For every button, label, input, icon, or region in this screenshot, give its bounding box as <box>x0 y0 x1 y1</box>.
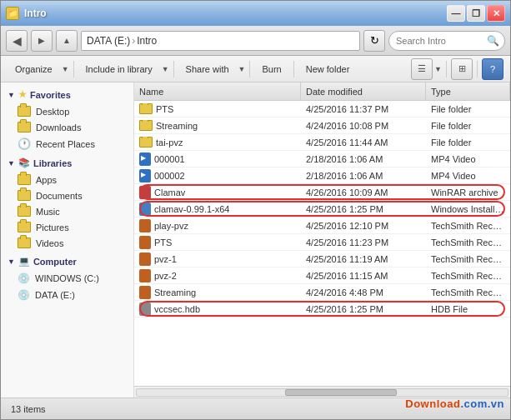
file-name-cell: Clamav <box>134 186 301 199</box>
search-icon: 🔍 <box>487 35 499 47</box>
camrec-icon <box>139 286 151 299</box>
libraries-header[interactable]: ▼ 📚 Libraries <box>1 154 133 172</box>
file-date-cell: 4/25/2016 11:19 AM <box>301 254 426 264</box>
file-type-cell: MP4 Video <box>426 171 510 181</box>
help-button[interactable]: ? <box>482 58 503 80</box>
new-folder-button[interactable]: New folder <box>298 58 358 80</box>
rar-icon <box>139 186 151 199</box>
search-box[interactable]: 🔍 <box>388 31 505 51</box>
file-name: Clamav <box>154 188 185 198</box>
file-name-cell: PTS <box>134 103 301 114</box>
share-with-button[interactable]: Share with <box>178 58 237 80</box>
up-button[interactable]: ▲ <box>56 30 78 52</box>
sidebar-item-downloads[interactable]: Downloads <box>1 119 133 135</box>
sidebar-item-documents[interactable]: Documents <box>1 188 133 203</box>
maximize-button[interactable]: ❐ <box>467 5 485 22</box>
recent-places-icon: 🕐 <box>18 138 31 150</box>
file-name-cell: Streaming <box>134 120 301 131</box>
file-name: PTS <box>156 104 173 114</box>
preview-pane-button[interactable]: ⊞ <box>451 58 473 80</box>
sidebar-item-apps[interactable]: Apps <box>1 172 133 188</box>
window-title: Intro <box>24 8 47 19</box>
file-type-cell: WinRAR archive <box>426 188 510 198</box>
downloads-label: Downloads <box>36 122 81 132</box>
folder-icon <box>18 190 31 201</box>
sidebar-item-windows-c[interactable]: 💿 WINDOWS (C:) <box>1 270 133 287</box>
horizontal-scrollbar[interactable] <box>134 386 510 398</box>
sidebar-item-music[interactable]: Music <box>1 203 133 219</box>
table-row[interactable]: Streaming 4/24/2016 10:08 PM File folder <box>134 118 510 134</box>
refresh-button[interactable]: ↻ <box>363 30 385 52</box>
table-row[interactable]: PTS 4/25/2016 11:23 PM TechSmith Record.… <box>134 234 510 251</box>
file-type-cell: TechSmith Record... <box>426 221 510 231</box>
videos-label: Videos <box>36 238 63 248</box>
table-row[interactable]: Clamav 4/26/2016 10:09 AM WinRAR archive <box>134 184 510 201</box>
title-bar: 📁 Intro — ❐ ✕ <box>1 1 510 26</box>
file-type-cell: File folder <box>426 121 510 131</box>
music-label: Music <box>36 207 60 217</box>
sidebar-item-desktop[interactable]: Desktop <box>1 103 133 119</box>
toolbar-separator2 <box>173 61 174 78</box>
folder-icon <box>139 103 153 114</box>
minimize-button[interactable]: — <box>447 5 465 22</box>
file-date-cell: 4/24/2016 10:08 PM <box>301 121 426 131</box>
organize-button[interactable]: Organize <box>8 58 60 80</box>
file-name: tai-pvz <box>156 138 183 148</box>
include-library-button[interactable]: Include in library <box>78 58 160 80</box>
table-row[interactable]: tai-pvz 4/25/2016 11:44 AM File folder <box>134 134 510 151</box>
file-type-cell: TechSmith Record... <box>426 238 510 248</box>
sidebar-item-pictures[interactable]: Pictures <box>1 219 133 235</box>
file-name-cell: 000001 <box>134 152 301 166</box>
file-date-cell: 4/26/2016 10:09 AM <box>301 188 426 198</box>
sidebar-item-videos[interactable]: Videos <box>1 235 133 251</box>
table-row[interactable]: vccsec.hdb 4/25/2016 1:25 PM HDB File <box>134 301 510 318</box>
view-toggle-button[interactable]: ☰ <box>411 58 433 80</box>
apps-label: Apps <box>36 175 57 185</box>
mp4-icon <box>139 152 151 166</box>
table-row[interactable]: PTS 4/25/2016 11:37 PM File folder <box>134 101 510 118</box>
back-button[interactable]: ◀ <box>6 30 28 52</box>
table-row[interactable]: 000002 2/18/2016 1:06 AM MP4 Video <box>134 168 510 184</box>
burn-button[interactable]: Burn <box>254 58 288 80</box>
toolbar: Organize ▼ Include in library ▼ Share wi… <box>1 56 510 82</box>
file-date-cell: 2/18/2016 1:06 AM <box>301 171 426 181</box>
file-date-cell: 4/25/2016 1:25 PM <box>301 304 426 314</box>
toolbar-separator4 <box>293 61 294 78</box>
hdb-icon <box>139 302 151 316</box>
table-row[interactable]: clamav-0.99.1-x64 4/25/2016 1:25 PM Wind… <box>134 201 510 218</box>
file-date-cell: 4/25/2016 11:23 PM <box>301 238 426 248</box>
address-path[interactable]: DATA (E:) › Intro <box>81 31 360 51</box>
file-list-scroll[interactable]: PTS 4/25/2016 11:37 PM File folder Strea… <box>134 101 510 386</box>
favorites-section: ▼ ★ Favorites Desktop Downloads 🕐 Recent… <box>1 86 133 152</box>
dropdown-icon3: ▼ <box>238 65 246 73</box>
table-row[interactable]: 000001 2/18/2016 1:06 AM MP4 Video <box>134 151 510 168</box>
computer-header[interactable]: ▼ 💻 Computer <box>1 252 133 270</box>
favorites-header[interactable]: ▼ ★ Favorites <box>1 86 133 103</box>
star-icon: ★ <box>18 89 27 100</box>
sidebar-item-data-e[interactable]: 💿 DATA (E:) <box>1 287 133 303</box>
col-date-header[interactable]: Date modified <box>301 82 426 100</box>
sidebar-item-recent-places[interactable]: 🕐 Recent Places <box>1 135 133 152</box>
table-row[interactable]: play-pvz 4/25/2016 12:10 PM TechSmith Re… <box>134 218 510 234</box>
forward-button[interactable]: ▶ <box>31 30 53 52</box>
file-type-cell: File folder <box>426 104 510 114</box>
file-area: Name Date modified Type PTS 4/25/2016 11… <box>134 82 510 398</box>
computer-icon: 💻 <box>18 256 30 267</box>
recent-places-label: Recent Places <box>36 139 95 149</box>
camrec-icon <box>139 219 151 232</box>
dropdown-icon: ▼ <box>62 65 69 73</box>
search-input[interactable] <box>396 36 483 46</box>
col-type-header[interactable]: Type <box>426 82 510 100</box>
drive-icon: 💿 <box>18 272 30 284</box>
col-name-header[interactable]: Name <box>134 82 301 100</box>
table-row[interactable]: pvz-2 4/25/2016 11:15 AM TechSmith Recor… <box>134 268 510 284</box>
file-name-cell: PTS <box>134 236 301 249</box>
table-row[interactable]: pvz-1 4/25/2016 11:19 AM TechSmith Recor… <box>134 251 510 268</box>
h-scroll-thumb[interactable] <box>285 389 397 396</box>
folder-icon <box>139 120 153 131</box>
close-button[interactable]: ✕ <box>487 5 505 22</box>
pictures-label: Pictures <box>36 222 69 232</box>
table-row[interactable]: Streaming 4/24/2016 4:48 PM TechSmith Re… <box>134 284 510 301</box>
address-bar: ◀ ▶ ▲ DATA (E:) › Intro ↻ 🔍 <box>1 26 510 56</box>
arrow-icon: ▼ <box>8 258 15 266</box>
